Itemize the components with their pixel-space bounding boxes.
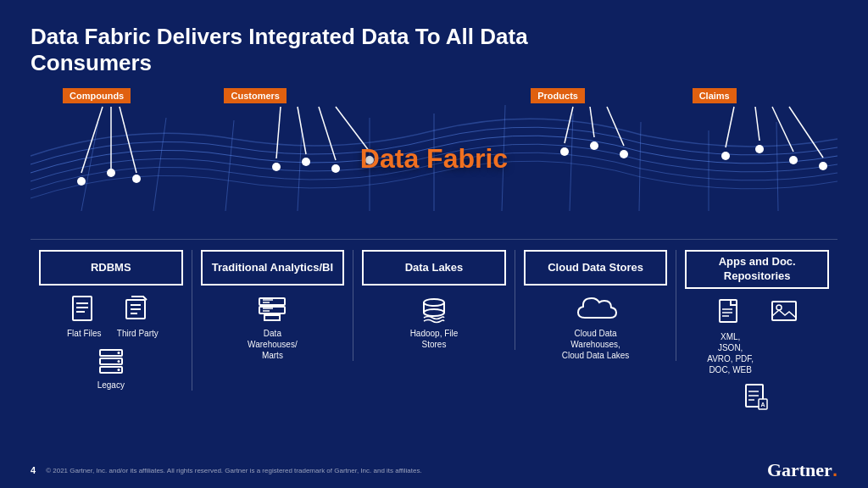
svg-line-29 xyxy=(590,107,594,137)
svg-line-8 xyxy=(639,122,641,211)
xml-icon xyxy=(715,297,746,328)
svg-line-21 xyxy=(276,107,281,158)
image-icon xyxy=(769,297,799,328)
svg-point-32 xyxy=(755,145,764,153)
svg-point-12 xyxy=(107,169,115,177)
svg-point-19 xyxy=(331,164,340,173)
svg-point-51 xyxy=(117,360,120,363)
fabric-area: Compounds Customers Products Claims Data… xyxy=(31,88,837,224)
item-legacy: Legacy xyxy=(87,346,134,391)
svg-line-22 xyxy=(298,107,306,154)
hadoop-icon xyxy=(419,294,449,324)
svg-line-23 xyxy=(319,107,336,160)
page-number: 4 xyxy=(31,465,36,475)
bottom-section: RDBMS Flat Files xyxy=(31,239,837,416)
category-items-datalakes: Hadoop, File Stores xyxy=(362,294,506,350)
category-items-apps: XML, JSON, AVRO, PDF, DOC, WEB xyxy=(685,297,829,416)
brand-logo: Gartner. xyxy=(767,459,837,481)
third-party-icon xyxy=(122,294,153,324)
svg-point-52 xyxy=(117,369,120,371)
svg-rect-69 xyxy=(772,302,796,320)
slide: Data Fabric Delivers Integrated Data To … xyxy=(0,0,868,488)
svg-rect-54 xyxy=(259,307,285,313)
svg-point-11 xyxy=(77,177,86,186)
slide-title: Data Fabric Delivers Integrated Data To … xyxy=(31,24,624,76)
category-items-rdbms: Flat Files Third Party xyxy=(39,294,183,391)
svg-point-26 xyxy=(590,141,598,150)
dw-label: Data Warehouses/ Marts xyxy=(242,328,302,361)
legacy-label: Legacy xyxy=(87,380,134,391)
svg-point-18 xyxy=(302,158,310,166)
category-items-analytics: Data Warehouses/ Marts xyxy=(201,294,345,361)
dw-icon xyxy=(257,294,287,324)
item-hadoop: Hadoop, File Stores xyxy=(402,294,465,350)
svg-point-64 xyxy=(424,309,444,316)
category-datalakes: Data Lakes xyxy=(353,250,515,350)
svg-rect-53 xyxy=(259,298,285,305)
doc-icon: A xyxy=(742,382,772,413)
category-analytics: Traditional Analytics/BI xyxy=(192,250,354,361)
svg-point-27 xyxy=(620,150,628,158)
category-header-apps: Apps and Doc. Repositories xyxy=(685,250,829,289)
wave-label-products: Products xyxy=(531,88,585,103)
svg-rect-59 xyxy=(264,315,280,320)
footer-copyright: © 2021 Gartner, Inc. and/or its affiliat… xyxy=(46,467,422,474)
item-dw: Data Warehouses/ Marts xyxy=(242,294,302,361)
item-image xyxy=(760,297,807,375)
third-party-label: Third Party xyxy=(114,328,161,339)
svg-line-1 xyxy=(153,118,166,211)
cloud-label: Cloud Data Warehouses, Cloud Data Lakes xyxy=(562,328,630,361)
svg-line-2 xyxy=(225,120,234,211)
wave-label-claims: Claims xyxy=(693,88,737,103)
item-third-party: Third Party xyxy=(114,294,161,339)
svg-line-30 xyxy=(607,107,624,146)
svg-line-36 xyxy=(755,107,760,141)
svg-point-34 xyxy=(819,162,827,170)
svg-line-10 xyxy=(776,122,778,211)
item-doc: A xyxy=(734,382,781,416)
svg-line-38 xyxy=(789,107,823,158)
category-header-datalakes: Data Lakes xyxy=(362,250,506,286)
svg-text:A: A xyxy=(761,402,765,408)
category-rdbms: RDBMS Flat Files xyxy=(31,250,192,391)
svg-line-14 xyxy=(81,107,103,173)
item-flat-files: Flat Files xyxy=(61,294,108,339)
svg-point-25 xyxy=(560,147,569,156)
xml-label: XML, JSON, AVRO, PDF, DOC, WEB xyxy=(707,331,754,375)
legacy-icon xyxy=(96,346,126,376)
svg-rect-65 xyxy=(720,300,737,322)
category-header-rdbms: RDBMS xyxy=(39,250,183,286)
svg-point-33 xyxy=(789,156,798,164)
category-header-cloud: Cloud Data Stores xyxy=(524,250,668,286)
wave-label-customers: Customers xyxy=(224,88,286,103)
flat-file-icon xyxy=(69,294,99,324)
category-apps: Apps and Doc. Repositories XML, JSON, AV… xyxy=(676,250,837,416)
svg-line-16 xyxy=(120,107,136,173)
wave-label-compounds: Compounds xyxy=(63,88,131,103)
cloud-icon xyxy=(575,294,617,324)
svg-point-50 xyxy=(117,352,120,354)
svg-point-13 xyxy=(132,175,141,183)
hadoop-label: Hadoop, File Stores xyxy=(402,328,465,350)
data-fabric-label: Data Fabric xyxy=(360,144,508,175)
flat-files-label: Flat Files xyxy=(61,328,108,339)
svg-point-31 xyxy=(721,152,730,160)
svg-line-35 xyxy=(726,107,734,147)
category-cloud: Cloud Data Stores Cloud Data Warehouses,… xyxy=(515,250,677,361)
item-cloud: Cloud Data Warehouses, Cloud Data Lakes xyxy=(562,294,630,361)
category-items-cloud: Cloud Data Warehouses, Cloud Data Lakes xyxy=(524,294,668,361)
footer: 4 © 2021 Gartner, Inc. and/or its affili… xyxy=(31,459,837,481)
item-xml: XML, JSON, AVRO, PDF, DOC, WEB xyxy=(707,297,754,375)
svg-point-61 xyxy=(424,299,444,306)
svg-line-7 xyxy=(570,114,573,211)
category-header-analytics: Traditional Analytics/BI xyxy=(201,250,345,286)
svg-point-17 xyxy=(272,163,281,171)
